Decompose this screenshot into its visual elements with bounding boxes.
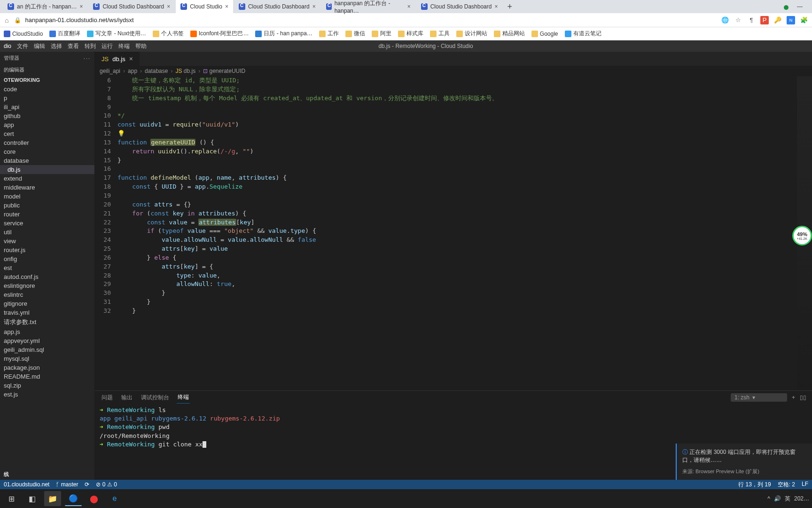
reader-icon[interactable]: ¶	[747, 16, 756, 24]
panel-tab[interactable]: 问题	[101, 392, 114, 404]
code-line[interactable]: }	[117, 156, 812, 165]
browser-tab[interactable]: Cloud Studio×	[176, 0, 233, 16]
browser-tab[interactable]: Cloud Studio Dashboard×	[416, 0, 503, 16]
perf-badge[interactable]: 49% +41.2K	[792, 226, 812, 246]
sync-icon[interactable]: ⟳	[85, 481, 89, 488]
bookmark-item[interactable]: 样式库	[398, 30, 423, 38]
code-line[interactable]: }	[117, 289, 812, 298]
panel-tab[interactable]: 输出	[120, 392, 133, 404]
code-line[interactable]: if (typeof value === "object" && value.t…	[117, 227, 812, 236]
menu-item[interactable]: 选择	[51, 42, 62, 50]
file-item[interactable]: eslintrc	[0, 290, 94, 299]
code-line[interactable]: type: value,	[117, 271, 812, 280]
remote-host[interactable]: 01.cloudstudio.net	[4, 481, 49, 488]
tray-item[interactable]: 🔊	[774, 495, 781, 502]
close-icon[interactable]: ×	[494, 3, 498, 10]
file-item[interactable]: extend	[0, 174, 94, 183]
notification-toast[interactable]: ⓘ 正在检测 3000 端口应用，即将打开预览窗口，请稍候…… 来源: Brow…	[676, 444, 812, 480]
code-line[interactable]: value.allowNull = value.allowNull && fal…	[117, 236, 812, 245]
code-line[interactable]: 统一主键，名称定 id, 类型是 UUID;	[117, 76, 812, 85]
edge-icon[interactable]: e	[106, 491, 123, 506]
file-item[interactable]: cert	[0, 129, 94, 138]
record-icon[interactable]: ⬤	[86, 491, 102, 506]
code-line[interactable]: const value = attributes[key]	[117, 218, 812, 227]
breadcrumb-item[interactable]: app	[128, 68, 137, 74]
close-icon[interactable]: ×	[225, 3, 228, 10]
file-item[interactable]: controller	[0, 138, 94, 147]
breadcrumb-item[interactable]: ⊡ generateUUID	[203, 68, 245, 74]
file-item[interactable]: public	[0, 201, 94, 210]
home-icon[interactable]: ⌂	[4, 16, 9, 24]
file-item[interactable]: autod.conf.js	[0, 272, 94, 281]
file-item[interactable]: geili_admin.sql	[0, 345, 94, 354]
file-item[interactable]: db.js	[0, 165, 94, 174]
panel-tab[interactable]: 终端	[177, 391, 190, 404]
code-line[interactable]: attrs[key] = {	[117, 262, 812, 271]
file-item[interactable]: code	[0, 85, 94, 94]
breadcrumbs[interactable]: geili_api›app›database›JS db.js›⊡ genera…	[95, 66, 812, 76]
bookmark-item[interactable]: 精品网站	[494, 30, 525, 38]
account-icon[interactable]	[784, 5, 789, 10]
bookmark-item[interactable]: 设计网站	[456, 30, 487, 38]
bookmark-item[interactable]: 日历 - han panpa…	[255, 30, 312, 38]
file-item[interactable]: util	[0, 228, 94, 237]
file-item[interactable]: app	[0, 120, 94, 129]
task-view-icon[interactable]: ◧	[23, 491, 40, 506]
menu-item[interactable]: 终端	[118, 42, 130, 50]
bookmark-item[interactable]: CloudStudio	[4, 31, 43, 37]
new-tab-button[interactable]: +	[503, 2, 516, 12]
terminal-shell-dropdown[interactable]: 1: zsh ▾	[731, 393, 787, 402]
split-terminal-icon[interactable]: ▯▯	[800, 394, 806, 401]
file-item[interactable]: onfig	[0, 254, 94, 263]
explorer-more-icon[interactable]: ···	[84, 56, 91, 61]
browser-tab[interactable]: Cloud Studio Dashboard×	[234, 0, 320, 16]
ext4-icon[interactable]: 🧩	[800, 16, 808, 24]
close-icon[interactable]: ×	[312, 3, 316, 10]
bookmark-item[interactable]: Google	[531, 31, 558, 37]
file-item[interactable]: github	[0, 111, 94, 120]
file-item[interactable]: ili_api	[0, 103, 94, 111]
browser-tab[interactable]: hanpanpan 的工作台 - hanpan…×	[321, 0, 415, 16]
file-item[interactable]: 请求参数.txt	[0, 317, 94, 327]
tray-item[interactable]: 202…	[794, 495, 809, 502]
folder-name[interactable]: OTEWORKING	[0, 75, 94, 85]
code-line[interactable]: allowNull: true,	[117, 280, 812, 289]
file-item[interactable]: view	[0, 237, 94, 246]
tray-item[interactable]: 英	[785, 495, 790, 503]
problems-status[interactable]: ⊘ 0 ⚠ 0	[96, 481, 117, 488]
code-line[interactable]: const { UUID } = app.Sequelize	[117, 183, 812, 191]
file-item[interactable]: service	[0, 219, 94, 228]
bookmark-item[interactable]: 个人书签	[153, 30, 184, 38]
code-line[interactable]: 💡	[117, 129, 812, 138]
menu-item[interactable]: 帮助	[135, 42, 147, 50]
code-line[interactable]: const attrs = {}	[117, 200, 812, 209]
start-button[interactable]: ⊞	[3, 491, 20, 506]
browser-tab[interactable]: Cloud Studio Dashboard×	[88, 0, 175, 16]
menu-item[interactable]: 转到	[85, 42, 96, 50]
code-line[interactable]: attrs[key] = value	[117, 245, 812, 254]
bookmark-item[interactable]: Iconfont-阿里巴巴…	[190, 30, 249, 38]
file-item[interactable]: router	[0, 210, 94, 219]
menu-item[interactable]: 运行	[102, 42, 113, 50]
code-line[interactable]	[117, 103, 812, 112]
breadcrumb-item[interactable]: database	[145, 68, 168, 74]
file-item[interactable]: p	[0, 94, 94, 103]
file-item[interactable]: gitignore	[0, 299, 94, 308]
address-bar[interactable]: 🔒 hanpanpan-01.cloudstudio.net/ws/iydsxt…	[14, 16, 808, 24]
code-line[interactable]	[117, 191, 812, 200]
code-line[interactable]: } else {	[117, 254, 812, 262]
open-editors-label[interactable]: 的编辑器	[0, 64, 94, 75]
file-item[interactable]: README.md	[0, 372, 94, 381]
file-explorer-icon[interactable]: 📁	[44, 491, 61, 506]
editor-tab-dbjs[interactable]: JS db.js ×	[95, 52, 140, 66]
file-item[interactable]: appveyor.yml	[0, 336, 94, 345]
eol-status[interactable]: LF	[802, 481, 808, 489]
file-item[interactable]: app.js	[0, 327, 94, 336]
bookmark-item[interactable]: 有道云笔记	[565, 30, 601, 38]
close-icon[interactable]: ×	[407, 3, 411, 10]
code-line[interactable]: 统一 timestamp 机制，每个 Model 必须有 created_at、…	[117, 94, 812, 103]
file-item[interactable]: est	[0, 263, 94, 272]
file-item[interactable]: core	[0, 147, 94, 156]
file-item[interactable]: eslintignore	[0, 281, 94, 290]
bookmark-item[interactable]: 微信	[345, 30, 365, 38]
